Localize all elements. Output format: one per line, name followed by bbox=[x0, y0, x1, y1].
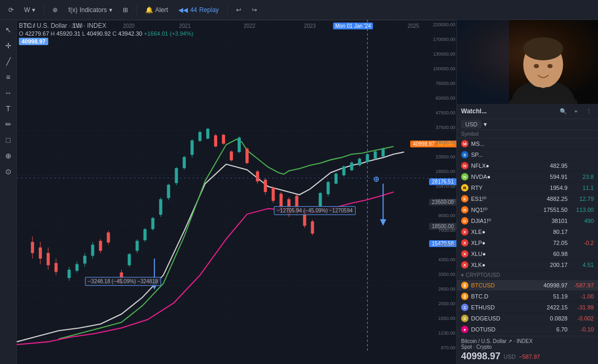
item-symbol-ethusd: ETHUSD bbox=[471, 304, 531, 311]
watchlist-item-ethusd[interactable]: Ξ ETHUSD 2422.15 -31.99 bbox=[457, 302, 598, 313]
btcusd-icon: ₿ bbox=[461, 282, 468, 289]
watchlist-menu-button[interactable]: ⋮ bbox=[583, 106, 594, 116]
divider2 bbox=[136, 5, 137, 15]
svg-rect-63 bbox=[238, 137, 241, 152]
btcd-icon: ₿ bbox=[461, 293, 468, 300]
item-symbol-btcd: BTC.D bbox=[471, 293, 531, 299]
item-price-nflx: 482.95 bbox=[531, 163, 568, 169]
zoom-tool[interactable]: ⊕ bbox=[2, 149, 15, 163]
axis-2022: 2022 bbox=[244, 23, 255, 29]
price-axis-label: 15470.58 bbox=[420, 184, 455, 189]
crosshair-tool[interactable]: ✛ bbox=[2, 39, 15, 52]
price-badge: 40998.97 bbox=[19, 38, 48, 45]
svg-point-111 bbox=[548, 64, 553, 68]
price-axis-label: 9000.00 bbox=[420, 213, 455, 218]
item-symbol-nvda: NVDA● bbox=[471, 174, 531, 180]
trendline-tool[interactable]: ╱ bbox=[2, 55, 15, 68]
watchlist-item-ms[interactable]: M MS... bbox=[457, 138, 598, 149]
svg-rect-15 bbox=[39, 248, 42, 259]
measure-tool[interactable]: ↔ bbox=[2, 86, 15, 100]
watchlist-search-button[interactable]: 🔍 bbox=[558, 106, 569, 116]
nflx-icon: N bbox=[461, 162, 468, 169]
undo-button[interactable]: ↩ bbox=[232, 4, 245, 16]
watchlist-item-nq1[interactable]: N NQ1!ᴰ 17551.50 113.00 bbox=[457, 205, 598, 216]
svg-rect-37 bbox=[135, 241, 138, 251]
watchlist-item-dogeusd[interactable]: D DOGEUSD 0.0828 -0.002 bbox=[457, 313, 598, 324]
price-axis-label: 170000.00 bbox=[420, 37, 455, 42]
es1-icon: E bbox=[461, 195, 468, 202]
price-axis-label: 220000.00 bbox=[420, 22, 455, 27]
price-axis-label: 37500.00 bbox=[420, 125, 455, 130]
chart-container[interactable]: BTC / U.S. Dollar · 1W · INDEX O 42279.6… bbox=[17, 20, 456, 364]
price-axis-label: 28176.51 bbox=[420, 140, 455, 145]
shapes-tool[interactable]: □ bbox=[2, 133, 15, 147]
bottom-info-title: Bitcoin / U.S. Dollar ↗ · INDEX bbox=[461, 338, 594, 344]
layout-icon: ⊞ bbox=[123, 6, 128, 14]
item-symbol-nq1: NQ1!ᴰ bbox=[471, 207, 531, 213]
watchlist-item-sp[interactable]: S SP... bbox=[457, 149, 598, 160]
item-price-xlu: 60.98 bbox=[531, 251, 568, 257]
chevron-down-icon2: ▾ bbox=[109, 6, 112, 14]
timeframe-button[interactable]: W ▾ bbox=[20, 4, 39, 16]
axis-jan24: Mon 01 Jan '24 bbox=[333, 23, 373, 29]
svg-rect-91 bbox=[350, 163, 353, 170]
currency-usd-button[interactable]: USD bbox=[461, 120, 482, 129]
watchlist-item-xlp[interactable]: X XLP● 72.05 -0.2 bbox=[457, 238, 598, 249]
item-change-dotusd: -0.10 bbox=[568, 326, 594, 333]
svg-rect-69 bbox=[264, 180, 267, 192]
fib-tool[interactable]: ≡ bbox=[2, 70, 15, 84]
watchlist-item-xlu[interactable]: X XLU● 60.98 bbox=[457, 249, 598, 260]
indicators-button[interactable]: f(x) Indicators ▾ bbox=[64, 4, 116, 16]
svg-rect-81 bbox=[311, 221, 314, 233]
magnet-tool[interactable]: ⊙ bbox=[2, 165, 15, 178]
alert-button[interactable]: 🔔 Alert bbox=[141, 4, 173, 16]
watchlist-item-rty[interactable]: R RTY 1954.9 11.1 bbox=[457, 183, 598, 194]
svg-rect-71 bbox=[272, 188, 275, 201]
layout-button[interactable]: ⊞ bbox=[119, 4, 132, 16]
watchlist-item-djia[interactable]: D DJIA1!ᴰ 38101 490 bbox=[457, 216, 598, 227]
item-price-es1: 4882.25 bbox=[531, 196, 568, 202]
currency-selector: USD ▾ bbox=[457, 119, 598, 130]
watchlist-item-nvda[interactable]: N NVDA● 594.91 23.8 bbox=[457, 172, 598, 183]
divider3 bbox=[227, 5, 228, 15]
text-tool[interactable]: T bbox=[2, 102, 15, 115]
bottom-price-row: 40998.97 USD −587.97 bbox=[461, 351, 594, 362]
item-symbol-sp: SP... bbox=[471, 152, 531, 158]
item-change-es1: 12.79 bbox=[568, 196, 594, 202]
item-symbol-btcusd: BTCUSD bbox=[471, 282, 531, 288]
replay-button[interactable]: ◀◀ 44 Replay bbox=[174, 4, 223, 16]
brush-tool[interactable]: ✏ bbox=[2, 117, 15, 131]
cursor-tool[interactable]: ↖ bbox=[2, 23, 15, 37]
sync-button[interactable]: ⟳ bbox=[4, 4, 18, 16]
price-axis-label: 47500.00 bbox=[420, 110, 455, 115]
watchlist-item-nflx[interactable]: N NFLX● 482.95 bbox=[457, 160, 598, 172]
right-axis: 220000.00 170000.00 130000.00 100000.00 … bbox=[420, 20, 455, 352]
comparison-icon: ⊕ bbox=[52, 6, 58, 14]
svg-rect-87 bbox=[335, 174, 338, 184]
section-crypto-usd[interactable]: ▾ CRYPTO/USD bbox=[457, 271, 598, 280]
comparison-button[interactable]: ⊕ bbox=[48, 4, 62, 16]
item-price-xle: 80.17 bbox=[531, 229, 568, 235]
item-symbol-xlu: XLU● bbox=[471, 251, 531, 257]
svg-rect-65 bbox=[245, 148, 249, 163]
watchlist-item-es1[interactable]: E ES1!ᴰ 4882.25 12.79 bbox=[457, 194, 598, 205]
item-symbol-dogeusd: DOGEUSD bbox=[471, 315, 531, 322]
chart-svg bbox=[17, 20, 456, 364]
item-symbol-dotusd: DOTUSD bbox=[471, 326, 531, 333]
svg-rect-51 bbox=[190, 141, 194, 155]
low-value: 40490.92 bbox=[87, 30, 111, 37]
svg-rect-35 bbox=[127, 254, 131, 265]
watchlist-item-btcd[interactable]: ₿ BTC.D 51.19 -1.00 bbox=[457, 291, 598, 302]
watchlist-add-button[interactable]: + bbox=[571, 106, 581, 116]
redo-button[interactable]: ↪ bbox=[248, 4, 261, 16]
watchlist-item-xlk[interactable]: X XLK● 200.17 4.51 bbox=[457, 260, 598, 271]
svg-rect-99 bbox=[381, 148, 385, 156]
item-symbol-rty: RTY bbox=[471, 185, 531, 191]
svg-rect-13 bbox=[31, 242, 34, 253]
svg-rect-39 bbox=[143, 229, 146, 240]
watchlist-item-xle[interactable]: X XLE● 80.17 bbox=[457, 227, 598, 238]
watchlist-item-dotusd[interactable]: ● DOTUSD 6.70 -0.10 bbox=[457, 324, 598, 335]
watchlist-item-btcusd[interactable]: ₿ BTCUSD 40998.97 -587.97 bbox=[457, 280, 598, 291]
price-axis-label: 5500.00 bbox=[420, 242, 455, 248]
svg-rect-59 bbox=[222, 135, 225, 144]
